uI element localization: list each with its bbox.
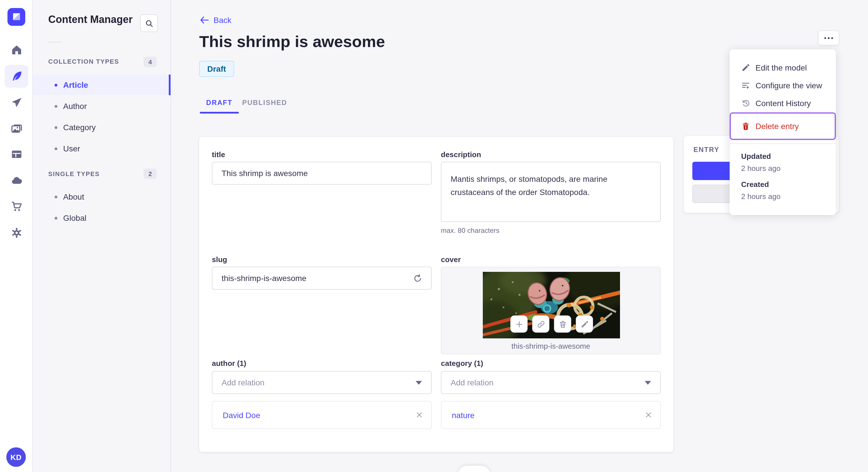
created-label: Created xyxy=(741,180,769,189)
title-field-label: title xyxy=(212,150,432,159)
sidebar-item-label: Author xyxy=(63,102,87,111)
plus-icon xyxy=(515,320,523,328)
configure-list-icon xyxy=(741,80,750,90)
active-tab-indicator xyxy=(200,112,239,113)
bullet-icon xyxy=(55,105,57,107)
back-label: Back xyxy=(214,15,231,25)
sidebar-item-author[interactable]: Author xyxy=(33,96,170,116)
menu-item-configure-the-view[interactable]: Configure the view xyxy=(730,76,836,94)
sidebar-item-category[interactable]: Category xyxy=(33,117,170,138)
description-field-label: description xyxy=(441,150,661,159)
close-icon[interactable] xyxy=(645,411,652,419)
sidebar-item-global[interactable]: Global xyxy=(33,208,170,228)
category-add-relation-select[interactable]: Add relation xyxy=(441,371,661,394)
copy-link-button[interactable] xyxy=(532,315,549,333)
chevron-down-icon xyxy=(645,380,651,384)
marketplace-cart-icon[interactable] xyxy=(5,195,28,218)
updated-value: 2 hours ago xyxy=(741,164,780,173)
author-field-label: author (1) xyxy=(212,359,432,368)
pencil-icon xyxy=(580,320,589,328)
chevron-down-icon xyxy=(415,380,422,384)
sidebar-item-about[interactable]: About xyxy=(33,187,170,207)
status-badge: Draft xyxy=(199,61,234,77)
regenerate-slug-button[interactable] xyxy=(410,271,424,285)
tab-published[interactable]: PUBLISHED xyxy=(246,96,284,109)
single-types-header: SINGLE TYPES xyxy=(48,170,100,177)
relation-link[interactable]: David Doe xyxy=(223,410,260,419)
category-relation-placeholder: Add relation xyxy=(451,378,493,387)
dot-icon xyxy=(828,37,830,39)
collection-types-header: COLLECTION TYPES xyxy=(48,58,119,65)
strapi-logo-icon[interactable] xyxy=(7,8,25,26)
app-window: KD Content Manager COLLECTION TYPES 4 Ar… xyxy=(0,0,868,472)
author-add-relation-select[interactable]: Add relation xyxy=(212,371,432,394)
refresh-icon xyxy=(412,273,422,283)
category-field-label: category (1) xyxy=(441,359,661,368)
bullet-icon xyxy=(55,195,57,198)
author-relation-item[interactable]: David Doe xyxy=(212,401,432,429)
relation-link[interactable]: nature xyxy=(452,410,474,419)
back-link[interactable]: Back xyxy=(200,15,231,25)
search-button[interactable] xyxy=(140,14,158,32)
description-hint: max. 80 characters xyxy=(441,227,661,235)
sidebar-title: Content Manager xyxy=(48,14,133,26)
delete-media-button[interactable] xyxy=(554,315,571,333)
content-type-builder-layout-icon[interactable] xyxy=(5,143,28,166)
send-plane-icon[interactable] xyxy=(5,91,28,114)
edit-form-card: title description Mantis shrimps, or sto… xyxy=(199,137,673,452)
cover-field-label: cover xyxy=(441,255,661,264)
title-input[interactable] xyxy=(212,162,432,185)
bullet-icon xyxy=(55,147,57,150)
trash-icon xyxy=(558,320,567,328)
author-relation-placeholder: Add relation xyxy=(222,378,265,387)
main-nav-rail: KD xyxy=(0,0,33,472)
updated-label: Updated xyxy=(741,152,771,161)
sidebar-item-label: About xyxy=(63,192,84,201)
description-textarea[interactable]: Mantis shrimps, or stomatopods, are mari… xyxy=(441,162,661,222)
bullet-icon xyxy=(55,83,57,86)
menu-divider xyxy=(730,143,836,144)
menu-item-label: Edit the model xyxy=(755,63,807,72)
created-value: 2 hours ago xyxy=(741,192,780,201)
close-icon[interactable] xyxy=(415,411,423,419)
sidebar-divider xyxy=(48,42,62,42)
user-avatar[interactable]: KD xyxy=(6,447,26,467)
cover-media-panel: this-shrimp-is-awesome xyxy=(441,267,661,355)
menu-item-label: Configure the view xyxy=(755,80,822,90)
history-clock-icon xyxy=(741,98,750,107)
settings-gear-icon[interactable] xyxy=(5,222,28,244)
sidebar-item-label: Global xyxy=(63,213,86,223)
dot-icon xyxy=(831,37,833,39)
search-icon xyxy=(144,19,154,28)
single-types-count-badge: 2 xyxy=(144,169,157,179)
pencil-icon xyxy=(741,63,750,72)
cover-filename-caption: this-shrimp-is-awesome xyxy=(441,342,660,350)
menu-item-label: Content History xyxy=(755,98,811,107)
content-manager-sidebar: Content Manager COLLECTION TYPES 4 Artic… xyxy=(33,0,171,472)
sidebar-item-article[interactable]: Article xyxy=(33,74,170,95)
category-relation-item[interactable]: nature xyxy=(441,401,661,429)
collection-types-count-badge: 4 xyxy=(144,57,157,67)
menu-item-content-history[interactable]: Content History xyxy=(730,94,836,112)
cloud-icon[interactable] xyxy=(5,169,28,192)
slug-field-label: slug xyxy=(212,255,432,264)
slug-input[interactable] xyxy=(212,267,432,290)
add-media-button[interactable] xyxy=(510,315,528,333)
bullet-icon xyxy=(55,216,57,220)
sidebar-item-user[interactable]: User xyxy=(33,138,170,159)
floating-widget-handle[interactable] xyxy=(458,466,490,472)
tab-draft[interactable]: DRAFT xyxy=(200,96,239,109)
menu-item-edit-the-model[interactable]: Edit the model xyxy=(730,59,836,76)
dot-icon xyxy=(825,37,826,39)
menu-item-delete-entry[interactable]: Delete entry xyxy=(730,112,836,140)
sidebar-item-label: User xyxy=(63,144,80,153)
cover-actions-toolbar xyxy=(510,315,593,333)
bullet-icon xyxy=(55,126,57,129)
home-icon[interactable] xyxy=(5,38,28,61)
edit-media-button[interactable] xyxy=(576,315,593,333)
back-arrow-icon xyxy=(200,16,209,24)
sidebar-item-label: Category xyxy=(63,123,96,132)
content-manager-feather-icon[interactable] xyxy=(5,65,28,88)
media-library-images-icon[interactable] xyxy=(5,117,28,140)
more-actions-button[interactable] xyxy=(818,30,839,45)
